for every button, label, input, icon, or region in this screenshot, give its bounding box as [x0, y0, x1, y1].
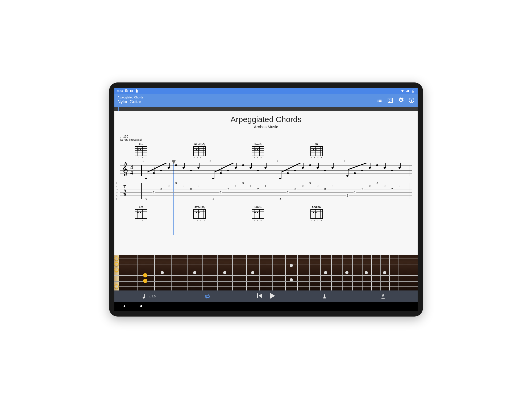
signal-icon — [406, 89, 410, 93]
svg-point-57 — [317, 167, 319, 169]
loop-button[interactable] — [178, 294, 237, 298]
tab-fret-number: 2 — [376, 181, 379, 184]
svg-point-10 — [145, 178, 147, 179]
tab-fret-number: 2 — [219, 191, 222, 194]
app-header: Arpeggiated Chords Nylon Guitar C⁷ — [114, 94, 418, 107]
svg-point-86 — [140, 305, 142, 307]
svg-point-39 — [250, 167, 252, 169]
score-area[interactable]: Arpeggiated Chords Arobas Music ♩=120 le… — [114, 111, 418, 255]
svg-point-12 — [153, 172, 155, 174]
staff-system: 𝄞 44 1234 EBGDAE TAB 0200000022210121320… — [120, 163, 412, 199]
tab-fret-number: 3 — [331, 185, 334, 188]
chord-name: B7 — [309, 143, 325, 146]
treble-clef-icon: 𝄞 — [121, 162, 128, 176]
tab-fret-number: 3 — [279, 197, 282, 200]
tab-fret-number: 2 — [361, 188, 364, 191]
back-button[interactable] — [122, 304, 126, 309]
tab-fret-number: 0 — [167, 185, 170, 188]
chord-name: Em — [133, 206, 149, 209]
tab-fret-number: 0 — [145, 197, 148, 200]
svg-point-34 — [235, 167, 237, 169]
svg-point-59 — [324, 170, 326, 171]
chord-diagram: Abdim7 2 4 1 3 — [309, 206, 325, 222]
chord-fingering: 2 1 3 — [250, 156, 266, 159]
tempo-button[interactable]: x 1.0 — [120, 294, 178, 299]
chord-diagram: Em/G 2 1 3 — [250, 143, 266, 159]
chord-fingering: 2 1 3 4 — [309, 156, 325, 159]
chord-name: F#m7(b5) — [192, 143, 207, 146]
tab-fret-number: 1 — [264, 185, 267, 188]
svg-point-37 — [242, 164, 244, 166]
tab-fret-number: 0 — [316, 185, 319, 188]
play-button[interactable] — [269, 293, 275, 300]
tab-fret-number: 0 — [160, 188, 163, 191]
home-button[interactable] — [139, 304, 143, 309]
chord-row: Em 1 2 F#m7(b5) 1 2 2 2 Em/G 2 1 3 Abdim… — [133, 206, 418, 222]
svg-point-14 — [160, 170, 162, 171]
svg-point-50 — [294, 170, 296, 171]
fretboard[interactable] — [114, 255, 418, 290]
svg-text:A: A — [131, 90, 132, 92]
tab-label: TAB — [123, 185, 127, 197]
svg-point-52 — [302, 167, 304, 169]
standard-staff: 𝄞 44 1234 — [120, 163, 412, 178]
status-bar: 9:33 A — [114, 88, 418, 94]
svg-point-75 — [384, 167, 386, 169]
chord-fingering: 1 2 — [133, 219, 149, 222]
svg-point-68 — [361, 170, 363, 171]
playback-bar: x 1.0 — [114, 290, 418, 302]
rewind-button[interactable] — [257, 293, 263, 299]
metronome-button[interactable] — [295, 294, 354, 299]
svg-point-73 — [376, 164, 378, 166]
gear-icon — [124, 89, 128, 93]
fret-marker — [114, 262, 119, 266]
score-title: Arpeggiated Chords — [114, 115, 418, 124]
score-direction: let ring throughout — [120, 138, 418, 141]
fret-marker — [143, 279, 147, 283]
svg-line-54 — [281, 163, 304, 172]
svg-point-79 — [398, 167, 401, 169]
tempo-marking: ♩=120 — [120, 135, 418, 138]
svg-point-21 — [182, 167, 185, 169]
tab-fret-number: 0 — [309, 181, 311, 184]
chord-name: Em/G — [250, 143, 266, 146]
chord-name: Abdim7 — [309, 206, 325, 209]
battery-icon — [411, 89, 415, 93]
header-subtitle: Arpeggiated Chords — [118, 96, 144, 99]
svg-rect-3 — [413, 89, 413, 90]
progress-bar[interactable] — [114, 107, 418, 111]
svg-point-8 — [411, 99, 412, 99]
chord-fingering: 1 2 — [133, 156, 149, 159]
screen: 9:33 A Arpeggiated Chords Nylon Guitar C… — [114, 88, 418, 311]
tab-fret-number: 2 — [227, 188, 230, 191]
tracks-button[interactable] — [377, 97, 383, 104]
svg-point-43 — [264, 167, 267, 169]
svg-point-77 — [391, 170, 393, 171]
settings-button[interactable] — [398, 97, 404, 104]
fret-marker — [143, 273, 147, 277]
timesig-top: 4 — [130, 165, 133, 170]
fret-marker — [114, 284, 119, 289]
svg-rect-83 — [144, 294, 145, 298]
clipboard-icon — [135, 89, 139, 93]
svg-rect-4 — [413, 91, 414, 92]
svg-line-18 — [147, 163, 170, 172]
chord-fingering: 2 4 1 3 — [309, 219, 325, 222]
countdown-button[interactable] — [354, 294, 412, 299]
svg-point-82 — [143, 297, 145, 299]
tablet-frame: 9:33 A Arpeggiated Chords Nylon Guitar C… — [109, 82, 423, 317]
timesig-bot: 4 — [130, 170, 133, 175]
chord-fingering: 2 1 3 — [250, 219, 266, 222]
tab-fret-number: 0 — [242, 181, 244, 184]
chord-diagram: F#m7(b5) 2 3 4 1 — [192, 143, 207, 159]
chord-button[interactable]: C⁷ — [387, 97, 393, 104]
speed-label: x 1.0 — [149, 295, 156, 298]
string-labels: EBGDAE — [116, 182, 118, 201]
chord-fingering: 2 3 4 1 — [192, 156, 207, 159]
score-artist: Arobas Music — [114, 124, 418, 129]
svg-point-70 — [369, 167, 371, 169]
svg-point-28 — [212, 178, 214, 179]
svg-point-16 — [168, 167, 170, 169]
info-button[interactable] — [409, 97, 414, 104]
svg-point-30 — [220, 172, 222, 174]
